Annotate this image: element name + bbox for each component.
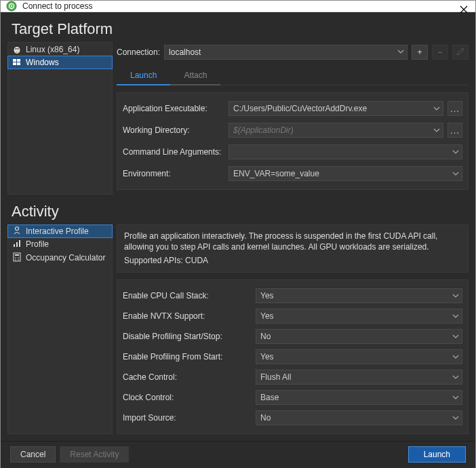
platform-label: Linux (x86_64)	[26, 45, 79, 54]
svg-point-16	[15, 257, 16, 258]
launch-button[interactable]: Launch	[408, 446, 466, 463]
calculator-icon	[12, 252, 22, 264]
svg-rect-13	[19, 240, 20, 247]
platform-item-linux[interactable]: Linux (x86_64)	[8, 43, 112, 56]
opt-cache-control-dropdown[interactable]: Flush All	[256, 370, 462, 385]
opt-enable-from-start-dropdown[interactable]: Yes	[256, 349, 462, 364]
platform-item-windows[interactable]: Windows	[7, 56, 113, 69]
edit-connection-button[interactable]	[452, 45, 469, 60]
chevron-down-icon	[452, 292, 459, 299]
svg-point-2	[11, 5, 12, 7]
profile-icon	[12, 226, 22, 237]
launch-form: Application Executable: C:/Users/Public/…	[117, 92, 469, 190]
workdir-input[interactable]: $(ApplicationDir)	[229, 123, 443, 138]
svg-rect-15	[15, 254, 19, 256]
section-title-activity: Activity	[1, 195, 475, 225]
tab-attach[interactable]: Attach	[170, 66, 220, 85]
browse-dir-button[interactable]: ...	[448, 123, 462, 138]
connection-dropdown[interactable]: localhost	[164, 45, 408, 60]
svg-point-18	[15, 259, 16, 260]
cancel-button[interactable]: Cancel	[10, 446, 56, 463]
dialog-body: Target Platform Linux (x86_64) Windows	[1, 12, 475, 468]
options-panel: Enable CPU Call Stack:Yes Enable NVTX Su…	[117, 279, 469, 434]
launch-attach-tabs: Launch Attach	[117, 66, 469, 85]
connection-value: localhost	[169, 47, 201, 57]
env-label: Environment:	[123, 169, 224, 178]
window-title: Connect to process	[22, 1, 92, 11]
opt-disable-ss-label: Disable Profiling Start/Stop:	[123, 332, 252, 341]
chevron-down-icon	[452, 394, 459, 401]
svg-rect-12	[16, 242, 18, 247]
chevron-down-icon	[433, 127, 440, 134]
svg-rect-7	[17, 59, 20, 62]
section-title-platform: Target Platform	[1, 12, 475, 42]
svg-point-10	[16, 227, 19, 230]
browse-exe-button[interactable]: ...	[448, 101, 462, 116]
titlebar: Connect to process	[1, 1, 475, 12]
svg-rect-6	[13, 59, 16, 62]
svg-point-17	[18, 257, 19, 258]
activity-interactive-profile[interactable]: Interactive Profile	[7, 225, 113, 238]
activity-occupancy-calculator[interactable]: Occupancy Calculator	[8, 251, 112, 265]
opt-enable-from-start-label: Enable Profiling From Start:	[123, 352, 252, 362]
opt-cpu-call-stack-dropdown[interactable]: Yes	[256, 288, 462, 303]
connection-label: Connection:	[117, 47, 160, 57]
svg-point-5	[18, 48, 19, 50]
chevron-down-icon	[397, 48, 404, 55]
chevron-down-icon	[452, 374, 459, 381]
chevron-down-icon	[452, 170, 459, 177]
svg-rect-9	[17, 62, 20, 65]
opt-disable-ss-dropdown[interactable]: No	[256, 329, 462, 344]
activity-list: Interactive Profile Profile Occupancy Ca…	[7, 225, 113, 434]
chevron-down-icon	[452, 414, 459, 421]
app-icon	[6, 1, 17, 12]
opt-nvtx-dropdown[interactable]: Yes	[256, 309, 462, 324]
chart-icon	[12, 239, 22, 250]
chevron-down-icon	[452, 313, 459, 319]
platform-label: Windows	[26, 58, 59, 67]
svg-rect-8	[13, 62, 16, 65]
button-bar: Cancel Reset Activity Launch	[1, 441, 475, 468]
env-input[interactable]: ENV_VAR=some_value	[229, 166, 462, 181]
opt-clock-control-dropdown[interactable]: Base	[256, 390, 462, 405]
chevron-down-icon	[433, 105, 440, 112]
opt-cache-control-label: Cache Control:	[123, 372, 252, 382]
reset-activity-button[interactable]: Reset Activity	[60, 446, 129, 463]
dialog-window: Connect to process Target Platform Linux…	[0, 0, 476, 468]
close-icon[interactable]	[458, 5, 470, 16]
opt-nvtx-label: Enable NVTX Support:	[123, 311, 252, 321]
add-connection-button[interactable]: +	[412, 45, 428, 60]
linux-icon	[12, 45, 22, 54]
chevron-down-icon	[452, 333, 459, 340]
activity-description: Profile an application interactively. Th…	[117, 225, 469, 273]
args-input[interactable]	[229, 144, 462, 159]
activity-profile[interactable]: Profile	[8, 237, 112, 251]
opt-cpu-call-stack-label: Enable CPU Call Stack:	[123, 291, 252, 300]
svg-rect-11	[14, 244, 15, 247]
chevron-down-icon	[452, 149, 459, 155]
platform-list: Linux (x86_64) Windows	[7, 42, 113, 195]
tab-launch[interactable]: Launch	[117, 66, 170, 85]
chevron-down-icon	[452, 353, 459, 360]
pencil-icon	[456, 47, 465, 58]
opt-import-source-dropdown[interactable]: No	[256, 410, 462, 425]
svg-point-4	[16, 48, 17, 50]
app-exe-input[interactable]: C:/Users/Public/CuVectorAddDrv.exe	[229, 101, 443, 116]
app-exe-label: Application Executable:	[123, 104, 224, 113]
args-label: Command Line Arguments:	[123, 147, 224, 157]
opt-clock-control-label: Clock Control:	[123, 393, 252, 402]
workdir-label: Working Directory:	[123, 125, 224, 135]
opt-import-source-label: Import Source:	[123, 413, 252, 423]
windows-icon	[12, 58, 22, 67]
remove-connection-button[interactable]: −	[432, 45, 448, 60]
svg-rect-14	[14, 253, 20, 261]
svg-point-19	[18, 259, 19, 260]
